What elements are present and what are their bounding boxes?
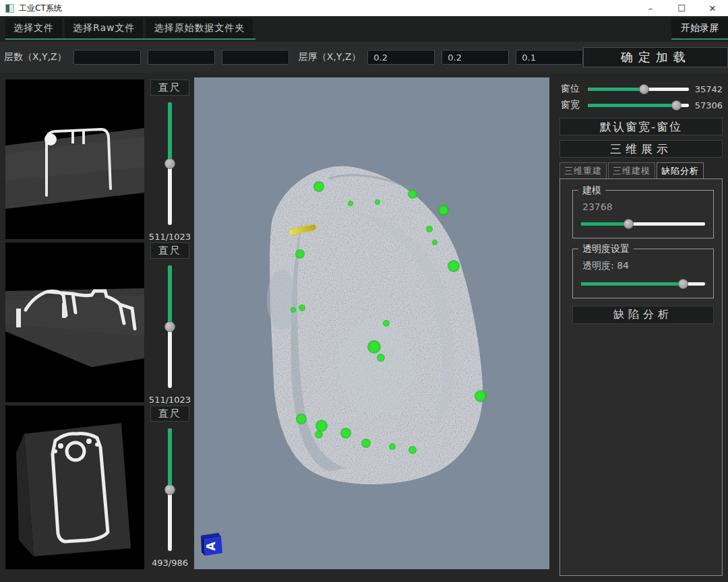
ruler-button-xy[interactable]: 直尺 (150, 79, 189, 96)
tab-defect-analysis[interactable]: 缺陷分析 (657, 162, 704, 181)
defect-marker (296, 414, 307, 424)
orientation-cube-graphic: A (200, 531, 226, 557)
thickness-z-input[interactable] (516, 50, 583, 65)
minimize-button[interactable]: – (635, 0, 666, 16)
defect-marker (408, 189, 417, 199)
defect-marker (340, 428, 351, 439)
slider-thumb[interactable] (164, 321, 175, 332)
layers-z-input[interactable] (222, 50, 289, 65)
defect-marker (448, 260, 460, 272)
titlebar: 工业CT系统 – ☐ ✕ (0, 0, 728, 16)
window-title: 工业CT系统 (19, 3, 62, 14)
select-raw-file-button[interactable]: 选择Raw文件 (65, 18, 143, 38)
modeling-group-title: 建模 (578, 185, 605, 197)
defect-marker (389, 443, 396, 450)
modeling-value: 23768 (582, 201, 705, 212)
window-level-value: 35742 (693, 84, 723, 94)
slice-slider-column-xz: 直尺 511/1023 (147, 243, 193, 405)
slider-thumb[interactable] (678, 279, 688, 289)
file-button-group: 选择文件 选择Raw文件 选择原始数据文件夹 (5, 18, 255, 40)
defect-marker (377, 354, 385, 362)
select-file-button[interactable]: 选择文件 (5, 18, 62, 38)
defect-marker (361, 439, 371, 448)
modeling-group: 建模 23768 (572, 190, 714, 238)
parameter-row: 层数（X,Y,Z） 层厚（X,Y,Z） 确定加载 (0, 42, 728, 73)
thickness-label: 层厚（X,Y,Z） (299, 51, 361, 63)
slider-fill (168, 428, 172, 490)
slice-slider-yz[interactable] (165, 428, 175, 551)
defect-marker (438, 205, 449, 216)
ct-slice-image-xz (5, 243, 144, 402)
tab-3d-reconstruction[interactable]: 三维重建 (559, 162, 607, 181)
opacity-value-label: 透明度: 84 (582, 260, 705, 272)
toolbar: 选择文件 选择Raw文件 选择原始数据文件夹 开始录屏 (0, 16, 728, 42)
defect-analysis-button[interactable]: 缺陷分析 (572, 306, 714, 324)
window-level-label: 窗位 (561, 83, 584, 95)
ct-slice-image-yz (5, 406, 144, 569)
viewport-3d[interactable]: A (194, 77, 549, 569)
defect-marker (426, 226, 433, 232)
window-width-value: 57306 (693, 100, 723, 110)
defect-marker (315, 430, 323, 439)
modeling-slider[interactable] (581, 219, 705, 228)
defect-marker (367, 340, 381, 354)
defect-marker (299, 304, 305, 311)
thickness-x-input[interactable] (367, 50, 435, 65)
ruler-button-xz[interactable]: 直尺 (150, 243, 189, 259)
slice-slider-xy[interactable] (165, 102, 175, 225)
slider-thumb[interactable] (624, 219, 634, 229)
confirm-load-button[interactable]: 确定加载 (583, 47, 728, 67)
defect-marker (348, 201, 353, 206)
analysis-tabs: 三维重建 三维建模 缺陷分析 (559, 162, 705, 181)
defect-marker (475, 390, 487, 402)
slider-fill (588, 88, 644, 91)
slider-thumb[interactable] (164, 158, 175, 169)
defect-marker (375, 199, 380, 205)
slice-slider-column-yz: 直尺 493/986 (147, 406, 193, 568)
slice-position-label-xz: 511/1023 (149, 395, 191, 405)
ct-slice-viewer-xy[interactable] (5, 79, 144, 239)
window-level-row: 窗位 35742 (561, 83, 723, 95)
default-window-button[interactable]: 默认窗宽-窗位 (559, 118, 723, 135)
layers-label: 层数（X,Y,Z） (4, 51, 67, 63)
defect-marker (291, 307, 296, 313)
close-button[interactable]: ✕ (697, 0, 728, 16)
select-raw-folder-button[interactable]: 选择原始数据文件夹 (146, 18, 253, 38)
display-3d-button[interactable]: 三维展示 (559, 140, 723, 158)
scratch-marker (289, 224, 316, 235)
layers-y-input[interactable] (148, 50, 215, 65)
ruler-button-yz[interactable]: 直尺 (150, 406, 189, 422)
ct-slice-image-xy (5, 79, 144, 239)
maximize-button[interactable]: ☐ (666, 0, 697, 16)
window-width-slider[interactable] (588, 100, 689, 110)
app-window: 工业CT系统 – ☐ ✕ 选择文件 选择Raw文件 选择原始数据文件夹 开始录屏… (0, 0, 728, 582)
right-panel: 窗位 35742 窗宽 57306 默认窗宽-窗位 三维展示 三维重建 三维建模… (554, 77, 728, 577)
opacity-slider[interactable] (581, 279, 705, 288)
start-recording-button[interactable]: 开始录屏 (671, 18, 728, 40)
window-level-slider[interactable] (588, 84, 689, 94)
slider-thumb[interactable] (671, 100, 681, 110)
slider-fill (588, 104, 676, 107)
window-controls: – ☐ ✕ (635, 0, 728, 16)
opacity-group: 透明度设置 透明度: 84 (572, 249, 714, 298)
layers-x-input[interactable] (73, 50, 141, 65)
slice-position-label-yz: 493/986 (152, 558, 188, 568)
slider-fill (168, 265, 172, 327)
slider-thumb[interactable] (164, 484, 175, 495)
ct-slice-viewer-yz[interactable] (5, 406, 144, 569)
slider-thumb[interactable] (639, 84, 649, 94)
slider-fill (168, 102, 172, 164)
tab-3d-modeling[interactable]: 三维建模 (608, 162, 655, 181)
slice-slider-xz[interactable] (165, 265, 175, 388)
ct-slice-viewer-xz[interactable] (5, 243, 144, 402)
defect-marker (383, 320, 390, 327)
defect-marker (408, 446, 417, 454)
window-width-row: 窗宽 57306 (561, 99, 723, 111)
slice-slider-column-xy: 直尺 511/1023 (147, 79, 193, 242)
defect-marker (313, 181, 324, 192)
defect-layer (194, 77, 549, 569)
opacity-group-title: 透明度设置 (578, 243, 634, 255)
orientation-cube[interactable]: A (200, 531, 226, 557)
thickness-y-input[interactable] (442, 50, 509, 65)
defect-marker (295, 249, 305, 259)
